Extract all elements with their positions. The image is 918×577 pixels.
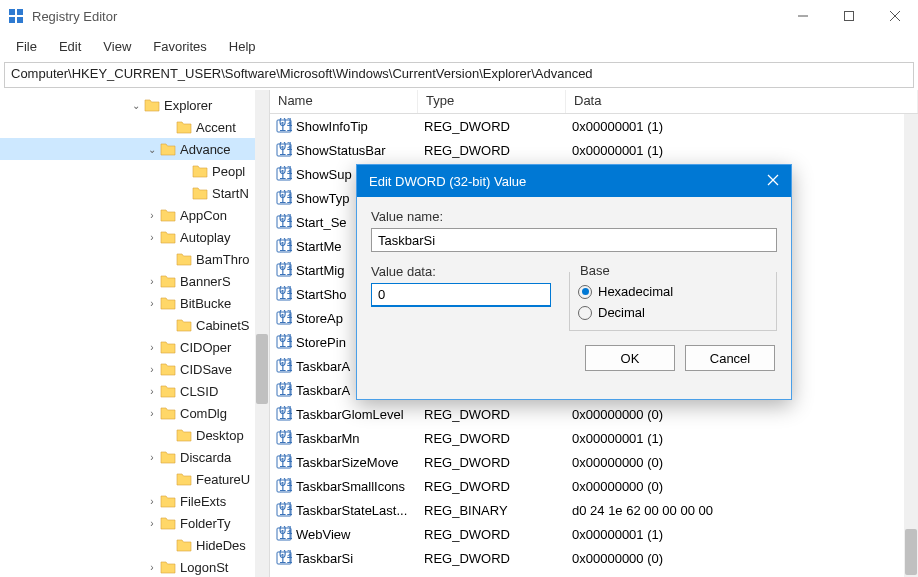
folder-icon — [160, 450, 176, 464]
tree-item[interactable]: StartN — [0, 182, 269, 204]
tree-item[interactable]: ›BitBucke — [0, 292, 269, 314]
svg-text:110: 110 — [279, 359, 292, 374]
value-data-input[interactable] — [371, 283, 551, 307]
tree-item[interactable]: ›BannerS — [0, 270, 269, 292]
list-row[interactable]: 011110TaskbarSiREG_DWORD0x00000000 (0) — [270, 546, 918, 570]
value-name: TaskbarSmallIcons — [296, 479, 405, 494]
list-row[interactable]: 011110TaskbarSmallIconsREG_DWORD0x000000… — [270, 474, 918, 498]
tree-item-label: BitBucke — [180, 296, 231, 311]
value-name: ShowStatusBar — [296, 143, 386, 158]
chevron-right-icon[interactable]: › — [144, 232, 160, 243]
svg-text:110: 110 — [279, 551, 292, 566]
svg-text:110: 110 — [279, 239, 292, 254]
cell-type: REG_DWORD — [418, 141, 566, 160]
list-row[interactable]: 011110ShowStatusBarREG_DWORD0x00000001 (… — [270, 138, 918, 162]
cell-data: 0x00000000 (0) — [566, 549, 918, 568]
address-bar[interactable]: Computer\HKEY_CURRENT_USER\Software\Micr… — [4, 62, 914, 88]
chevron-right-icon[interactable]: › — [144, 342, 160, 353]
maximize-button[interactable] — [826, 0, 872, 32]
tree-item[interactable]: ›CIDOper — [0, 336, 269, 358]
tree-item[interactable]: ›CIDSave — [0, 358, 269, 380]
ok-button[interactable]: OK — [585, 345, 675, 371]
chevron-right-icon[interactable]: › — [144, 408, 160, 419]
cancel-button[interactable]: Cancel — [685, 345, 775, 371]
chevron-right-icon[interactable]: › — [144, 386, 160, 397]
chevron-right-icon[interactable]: › — [144, 496, 160, 507]
chevron-right-icon[interactable]: › — [144, 562, 160, 573]
tree-item[interactable]: ⌄Explorer — [0, 94, 269, 116]
tree-scroll-thumb[interactable] — [256, 334, 268, 404]
menu-help[interactable]: Help — [219, 35, 266, 58]
menu-edit[interactable]: Edit — [49, 35, 91, 58]
column-data[interactable]: Data — [566, 90, 918, 113]
tree-item[interactable]: ›Autoplay — [0, 226, 269, 248]
titlebar: Registry Editor — [0, 0, 918, 32]
dword-icon: 011110 — [276, 454, 292, 470]
list-row[interactable]: 011110TaskbarMnREG_DWORD0x00000001 (1) — [270, 426, 918, 450]
tree-item[interactable]: ›FolderTy — [0, 512, 269, 534]
close-button[interactable] — [872, 0, 918, 32]
tree-item[interactable]: ⌄Advance — [0, 138, 269, 160]
value-name-input[interactable] — [371, 228, 777, 252]
chevron-right-icon[interactable]: › — [144, 276, 160, 287]
tree-item[interactable]: ›ComDlg — [0, 402, 269, 424]
tree-item[interactable]: Accent — [0, 116, 269, 138]
app-icon — [8, 8, 24, 24]
value-name: TaskbarGlomLevel — [296, 407, 404, 422]
tree-scrollbar[interactable] — [255, 90, 269, 577]
value-name: TaskbarSizeMove — [296, 455, 399, 470]
chevron-right-icon[interactable]: › — [144, 518, 160, 529]
folder-icon — [176, 318, 192, 332]
list-scrollbar[interactable] — [904, 114, 918, 577]
chevron-right-icon[interactable]: › — [144, 364, 160, 375]
folder-icon — [192, 164, 208, 178]
tree-item[interactable]: ›CLSID — [0, 380, 269, 402]
cell-data: 0x00000001 (1) — [566, 525, 918, 544]
menu-file[interactable]: File — [6, 35, 47, 58]
dialog-titlebar[interactable]: Edit DWORD (32-bit) Value — [357, 165, 791, 197]
list-row[interactable]: 011110TaskbarStateLast...REG_BINARYd0 24… — [270, 498, 918, 522]
value-name: StartSho — [296, 287, 347, 302]
svg-rect-5 — [845, 12, 854, 21]
list-row[interactable]: 011110ShowInfoTipREG_DWORD0x00000001 (1) — [270, 114, 918, 138]
list-row[interactable]: 011110TaskbarGlomLevelREG_DWORD0x0000000… — [270, 402, 918, 426]
tree-item-label: FileExts — [180, 494, 226, 509]
list-row[interactable]: 011110WebViewREG_DWORD0x00000001 (1) — [270, 522, 918, 546]
folder-icon — [160, 406, 176, 420]
folder-icon — [160, 384, 176, 398]
cell-type: REG_DWORD — [418, 453, 566, 472]
value-data-label: Value data: — [371, 264, 551, 279]
dialog-close-button[interactable] — [767, 173, 779, 189]
chevron-right-icon[interactable]: › — [144, 298, 160, 309]
tree-item[interactable]: HideDes — [0, 534, 269, 556]
menu-view[interactable]: View — [93, 35, 141, 58]
column-type[interactable]: Type — [418, 90, 566, 113]
tree-item-label: Autoplay — [180, 230, 231, 245]
cell-type: REG_DWORD — [418, 117, 566, 136]
tree-item[interactable]: ›LogonSt — [0, 556, 269, 577]
tree-item[interactable]: CabinetS — [0, 314, 269, 336]
menu-favorites[interactable]: Favorites — [143, 35, 216, 58]
svg-text:110: 110 — [279, 335, 292, 350]
dword-icon: 011110 — [276, 502, 292, 518]
chevron-right-icon[interactable]: › — [144, 452, 160, 463]
radio-hexadecimal[interactable]: Hexadecimal — [578, 284, 768, 299]
tree-item[interactable]: Peopl — [0, 160, 269, 182]
list-row[interactable]: 011110TaskbarSizeMoveREG_DWORD0x00000000… — [270, 450, 918, 474]
radio-decimal[interactable]: Decimal — [578, 305, 768, 320]
chevron-down-icon[interactable]: ⌄ — [144, 144, 160, 155]
tree-item[interactable]: FeatureU — [0, 468, 269, 490]
column-name[interactable]: Name — [270, 90, 418, 113]
minimize-button[interactable] — [780, 0, 826, 32]
value-name: ShowInfoTip — [296, 119, 368, 134]
tree-item[interactable]: Desktop — [0, 424, 269, 446]
tree-item[interactable]: BamThro — [0, 248, 269, 270]
chevron-down-icon[interactable]: ⌄ — [128, 100, 144, 111]
tree-item[interactable]: ›FileExts — [0, 490, 269, 512]
chevron-right-icon[interactable]: › — [144, 210, 160, 221]
dialog-title-text: Edit DWORD (32-bit) Value — [369, 174, 526, 189]
tree-item[interactable]: ›Discarda — [0, 446, 269, 468]
tree-item[interactable]: ›AppCon — [0, 204, 269, 226]
list-scroll-thumb[interactable] — [905, 529, 917, 575]
tree-item-label: BannerS — [180, 274, 231, 289]
